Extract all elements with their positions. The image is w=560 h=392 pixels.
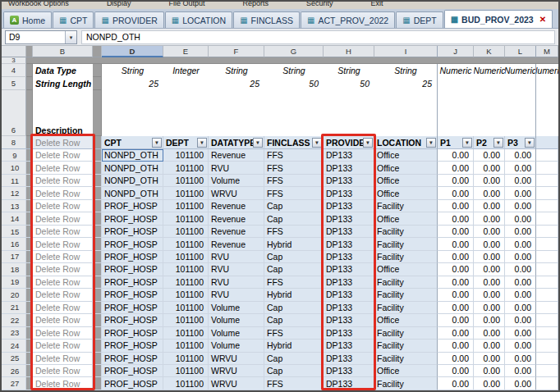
cell-empty[interactable] xyxy=(536,289,558,301)
hidden-column-c[interactable] xyxy=(93,340,102,352)
cell-dept[interactable]: 101100 xyxy=(163,314,209,326)
cell-location[interactable]: Facility xyxy=(374,251,438,263)
cell-finclass[interactable]: Cap xyxy=(264,212,324,225)
hidden-column-a[interactable] xyxy=(26,187,33,199)
cell-p1[interactable]: 0.00 xyxy=(438,187,474,199)
column-header-letter-m[interactable]: M xyxy=(536,46,558,57)
menu-item[interactable]: Display xyxy=(107,2,131,9)
row-number[interactable]: 25 xyxy=(2,353,26,365)
cell-finclass[interactable]: Hybrid xyxy=(264,238,324,250)
formula-input[interactable]: NONPD_OTH xyxy=(81,30,555,44)
cell-dept[interactable]: 101100 xyxy=(163,187,209,199)
cell-dept[interactable]: 101100 xyxy=(163,212,209,225)
column-header-letter-k[interactable]: K xyxy=(474,46,505,57)
column-header-location[interactable]: LOCATION ▾ xyxy=(374,136,438,149)
row-number[interactable]: 20 xyxy=(2,289,26,301)
cell-datatype[interactable]: Volume xyxy=(209,175,264,187)
cell-dept[interactable]: 101100 xyxy=(163,340,209,352)
cell-cpt[interactable]: PROF_HOSP xyxy=(102,340,163,352)
delete-row-button[interactable]: Delete Row xyxy=(33,212,93,225)
cell-p2[interactable]: 0.00 xyxy=(474,162,505,174)
cell-location[interactable]: Facility xyxy=(374,302,438,314)
cell-dept[interactable]: 101100 xyxy=(163,302,209,314)
cell-p1[interactable]: 0.00 xyxy=(438,365,474,377)
row-number[interactable]: 24 xyxy=(2,340,26,352)
cell-p1[interactable]: 0.00 xyxy=(438,200,474,212)
column-header-letter-j[interactable]: J xyxy=(438,46,474,57)
cell-location[interactable]: Facility xyxy=(374,327,438,340)
delete-row-button[interactable]: Delete Row xyxy=(33,200,93,212)
row-number[interactable]: 9 xyxy=(2,149,26,162)
hidden-column-c[interactable] xyxy=(93,251,102,263)
cell-p1[interactable]: 0.00 xyxy=(438,340,474,352)
cell-dept[interactable]: 101100 xyxy=(163,200,209,212)
cell-location[interactable]: Facility xyxy=(374,238,438,250)
hidden-column-a[interactable] xyxy=(26,238,33,250)
cell-provider[interactable]: DP133 xyxy=(324,377,374,390)
cell-empty[interactable] xyxy=(536,187,558,199)
cell-cpt[interactable]: PROF_HOSP xyxy=(102,212,163,225)
cell-p2[interactable]: 0.00 xyxy=(474,226,505,238)
cell-empty[interactable] xyxy=(536,377,558,390)
cell-provider[interactable]: DP133 xyxy=(324,302,374,314)
sheet-tab-home[interactable]: AHome xyxy=(3,11,52,28)
hidden-column-a[interactable] xyxy=(26,64,33,77)
cell-dept[interactable]: 101100 xyxy=(163,263,209,276)
cell-finclass[interactable]: Cap xyxy=(264,365,324,377)
cell-finclass[interactable]: FFS xyxy=(264,187,324,199)
delete-row-button[interactable]: Delete Row xyxy=(33,276,93,289)
cell-cpt[interactable]: PROF_HOSP xyxy=(102,314,163,326)
select-all-corner[interactable] xyxy=(2,46,26,57)
cell-datatype[interactable]: RVU xyxy=(209,263,264,276)
cell-empty[interactable] xyxy=(536,200,558,212)
cell-dept[interactable]: 101100 xyxy=(163,289,209,301)
sheet-tab-provider[interactable]: ▦PROVIDER xyxy=(94,11,163,28)
cell-p2[interactable]: 0.00 xyxy=(474,251,505,263)
cell-p2[interactable]: 0.00 xyxy=(474,365,505,377)
column-header-p1[interactable]: P1 ▾ xyxy=(438,136,474,149)
cell-dept[interactable]: 101100 xyxy=(163,175,209,187)
delete-row-button[interactable]: Delete Row xyxy=(33,263,93,276)
cell-p3[interactable]: 0.00 xyxy=(505,212,536,225)
row-number[interactable]: 10 xyxy=(2,162,26,174)
hidden-column-c[interactable] xyxy=(93,187,102,199)
cell-provider[interactable]: DP133 xyxy=(324,149,374,162)
cell-empty[interactable] xyxy=(536,175,558,187)
cell-dept[interactable]: 101100 xyxy=(163,149,209,162)
row-number[interactable]: 22 xyxy=(2,314,26,326)
cell-cpt[interactable]: PROF_HOSP xyxy=(102,353,163,365)
cell-dept[interactable]: 101100 xyxy=(163,251,209,263)
hidden-column-c[interactable] xyxy=(93,302,102,314)
column-header-letter-g[interactable]: G xyxy=(264,46,324,57)
cell-p3[interactable]: 0.00 xyxy=(505,377,536,390)
cell-cpt[interactable]: PROF_HOSP xyxy=(102,251,163,263)
delete-row-button[interactable]: Delete Row xyxy=(33,187,93,199)
hidden-column-c[interactable] xyxy=(93,353,102,365)
cell-finclass[interactable]: FFS xyxy=(264,175,324,187)
cell-provider[interactable]: DP133 xyxy=(324,162,374,174)
cell-empty[interactable] xyxy=(536,340,558,352)
filter-dropdown-icon[interactable]: ▾ xyxy=(426,138,436,148)
chevron-down-icon[interactable]: ▾ xyxy=(65,31,76,43)
cell-datatype[interactable]: Volume xyxy=(209,302,264,314)
cell-empty[interactable] xyxy=(536,314,558,326)
close-icon[interactable]: ✕ xyxy=(539,15,546,24)
cell-datatype[interactable]: RVU xyxy=(209,289,264,301)
hidden-column-a[interactable] xyxy=(26,77,33,90)
column-header-letter-d[interactable]: D xyxy=(102,46,163,57)
cell-empty[interactable] xyxy=(536,353,558,365)
row-number[interactable]: 26 xyxy=(2,365,26,377)
cell-finclass[interactable]: FFS xyxy=(264,226,324,238)
sheet-tab-act_prov_2022[interactable]: ▦ACT_PROV_2022 xyxy=(301,11,395,28)
cell-location[interactable]: Facility xyxy=(374,276,438,289)
column-header-provider[interactable]: PROVIDER ▾ xyxy=(324,136,374,149)
cell-datatype[interactable]: WRVU xyxy=(209,187,264,199)
sheet-tab-dept[interactable]: ▦DEPT xyxy=(396,11,443,28)
cell-p3[interactable]: 0.00 xyxy=(505,251,536,263)
cell-datatype[interactable]: Volume xyxy=(209,327,264,340)
cell-p3[interactable]: 0.00 xyxy=(505,226,536,238)
cell-location[interactable]: Office xyxy=(374,314,438,326)
cell-p2[interactable]: 0.00 xyxy=(474,314,505,326)
cell-p3[interactable]: 0.00 xyxy=(505,162,536,174)
hidden-column-a[interactable] xyxy=(26,212,33,225)
